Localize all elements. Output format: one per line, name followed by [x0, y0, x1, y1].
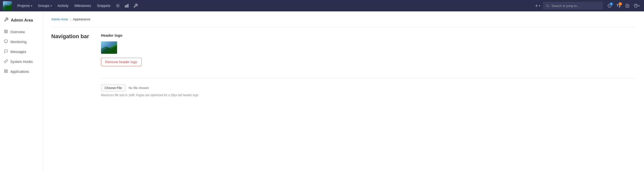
- todo-icon-btn[interactable]: [624, 2, 632, 10]
- navbar-actions: 5 7 ▾: [606, 2, 641, 10]
- mr-badge: 7: [618, 2, 622, 6]
- search-icon: [546, 4, 550, 8]
- nav-groups[interactable]: Groups ▾: [36, 2, 54, 9]
- remove-header-logo-button[interactable]: Remove header logo: [101, 58, 142, 66]
- search-bar[interactable]: Search or jump to...: [543, 2, 603, 10]
- issues-icon-btn[interactable]: 5: [606, 2, 614, 10]
- section-title: Navigation bar: [51, 33, 89, 40]
- sidebar-monitoring-label: Monitoring: [10, 40, 26, 44]
- help-icon-btn[interactable]: ▾: [632, 2, 641, 10]
- monitor-icon-btn[interactable]: [114, 2, 122, 10]
- svg-rect-17: [4, 30, 6, 31]
- header-logo-panel: Header logo: [101, 33, 636, 97]
- logo-preview-image: [101, 41, 117, 54]
- choose-file-button[interactable]: Choose File: [101, 84, 126, 91]
- svg-rect-19: [4, 32, 6, 33]
- sidebar-messages-label: Messages: [10, 50, 26, 54]
- plus-menu-btn[interactable]: ▾: [532, 2, 542, 10]
- svg-rect-20: [6, 32, 8, 33]
- chart-icon-btn[interactable]: [123, 2, 131, 10]
- nav-bar-section: Navigation bar: [51, 33, 89, 46]
- sidebar-overview-label: Overview: [10, 30, 25, 34]
- messages-icon: [4, 49, 8, 54]
- nav-projects[interactable]: Projects ▾: [15, 2, 35, 9]
- logo-divider: [101, 78, 636, 78]
- gitlab-logo[interactable]: [3, 1, 12, 10]
- file-hint-text: Maximum file size is 1MB. Pages are opti…: [101, 93, 636, 97]
- svg-point-13: [617, 4, 618, 5]
- search-placeholder-text: Search or jump to...: [552, 4, 580, 8]
- sidebar: Admin Area Overview Monitoring: [0, 12, 43, 171]
- system-hooks-icon: [4, 59, 8, 64]
- svg-rect-24: [4, 70, 6, 71]
- merge-requests-icon-btn[interactable]: 7: [614, 2, 622, 10]
- sidebar-item-monitoring[interactable]: Monitoring: [0, 37, 43, 47]
- file-input-row: Choose File No file chosen: [101, 84, 636, 91]
- breadcrumb-parent-link[interactable]: Admin Area: [51, 17, 68, 21]
- svg-rect-25: [6, 70, 8, 71]
- svg-rect-26: [4, 71, 6, 73]
- sidebar-system-hooks-label: System Hooks: [10, 60, 33, 64]
- svg-rect-6: [128, 4, 128, 7]
- svg-rect-5: [126, 5, 127, 7]
- sidebar-item-overview[interactable]: Overview: [0, 27, 43, 37]
- header-logo-preview: [101, 41, 117, 54]
- breadcrumb-current: Appearance: [73, 17, 90, 21]
- sidebar-item-system-hooks[interactable]: System Hooks: [0, 57, 43, 67]
- svg-rect-21: [4, 40, 8, 42]
- header-logo-title: Header logo: [101, 33, 636, 37]
- breadcrumb: Admin Area › Appearance: [51, 17, 636, 21]
- sidebar-applications-label: Applications: [10, 70, 29, 74]
- top-divider: [51, 27, 636, 27]
- applications-icon: [4, 69, 8, 74]
- breadcrumb-separator: ›: [70, 17, 71, 21]
- issues-badge: 5: [610, 2, 613, 6]
- main-layout: Admin Area Overview Monitoring: [0, 12, 644, 171]
- overview-icon: [4, 30, 8, 35]
- nav-activity[interactable]: Activity: [55, 2, 71, 9]
- sidebar-item-applications[interactable]: Applications: [0, 67, 43, 77]
- svg-rect-27: [6, 71, 8, 73]
- nav-milestones[interactable]: Milestones: [72, 2, 94, 9]
- sidebar-title: Admin Area: [11, 18, 33, 23]
- top-navbar: Projects ▾ Groups ▾ Activity Milestones …: [0, 0, 644, 12]
- projects-chevron-icon: ▾: [31, 5, 32, 7]
- admin-wrench-icon: [4, 17, 8, 23]
- wrench-icon-btn[interactable]: [132, 2, 140, 10]
- svg-rect-4: [125, 6, 126, 7]
- sidebar-item-messages[interactable]: Messages: [0, 47, 43, 57]
- sidebar-header: Admin Area: [0, 15, 43, 27]
- main-content: Admin Area › Appearance Navigation bar H…: [43, 12, 644, 171]
- svg-rect-18: [6, 30, 8, 31]
- content-area: Navigation bar Header logo: [51, 33, 636, 97]
- groups-chevron-icon: ▾: [50, 5, 52, 7]
- svg-point-3: [118, 6, 118, 6]
- nav-snippets[interactable]: Snippets: [94, 2, 113, 9]
- svg-point-14: [619, 6, 620, 7]
- no-file-label: No file chosen: [128, 86, 149, 90]
- monitoring-icon: [4, 39, 8, 44]
- svg-point-9: [546, 5, 549, 7]
